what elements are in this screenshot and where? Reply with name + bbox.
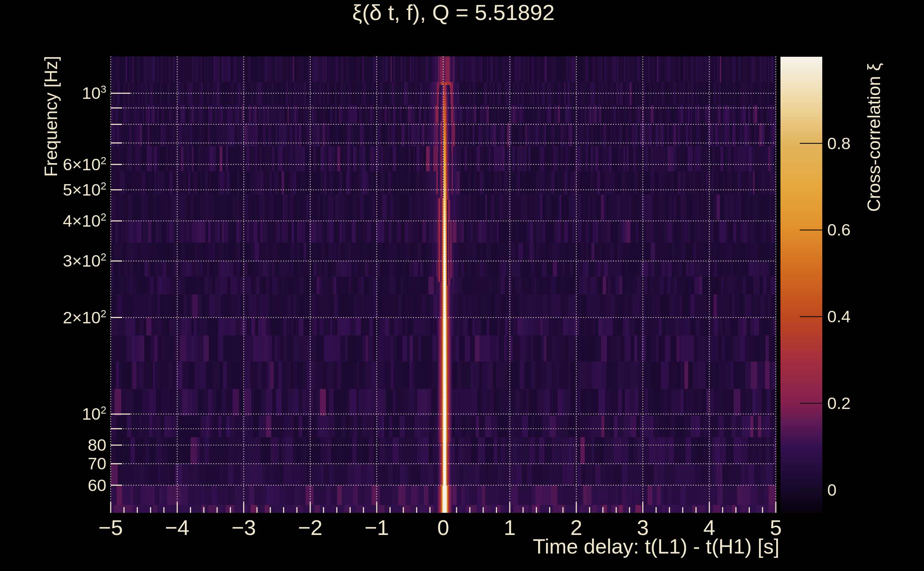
y-tick-label: 103: [14, 81, 107, 105]
y-tick-label: 102: [14, 402, 107, 426]
figure: ξ(δ t, f), Q = 5.51892 Time delay: t(L1)…: [0, 0, 924, 571]
x-tick-label: 0: [419, 517, 468, 539]
x-tick-label: 5: [751, 517, 801, 539]
colorbar-tick-label: 0.2: [827, 391, 899, 415]
y-tick-label: 3×102: [14, 249, 107, 273]
y-tick-label: 5×102: [14, 178, 107, 202]
x-tick-label: 2: [551, 517, 601, 539]
y-tick-label: 6×102: [14, 153, 107, 177]
heatmap-canvas: [0, 0, 924, 571]
x-tick-label: −3: [219, 517, 269, 539]
y-tick-label: 4×102: [14, 209, 107, 233]
x-tick-label: −1: [352, 517, 402, 539]
x-tick-label: 1: [485, 517, 535, 539]
x-tick-label: −5: [86, 517, 136, 539]
colorbar-tick-label: 0.8: [827, 131, 899, 156]
y-tick-label: 2×102: [14, 306, 107, 330]
colorbar-tick-label: 0: [827, 478, 899, 502]
x-tick-label: −4: [152, 517, 202, 539]
x-tick-label: −2: [285, 517, 335, 539]
plot-title: ξ(δ t, f), Q = 5.51892: [111, 1, 796, 24]
colorbar-tick-label: 0.4: [827, 304, 899, 329]
x-tick-label: 4: [685, 517, 734, 539]
colorbar-tick-label: 0.6: [827, 218, 899, 242]
y-tick-label: 60: [14, 473, 107, 497]
x-tick-label: 3: [618, 517, 668, 539]
y-tick-label: 70: [14, 451, 107, 476]
